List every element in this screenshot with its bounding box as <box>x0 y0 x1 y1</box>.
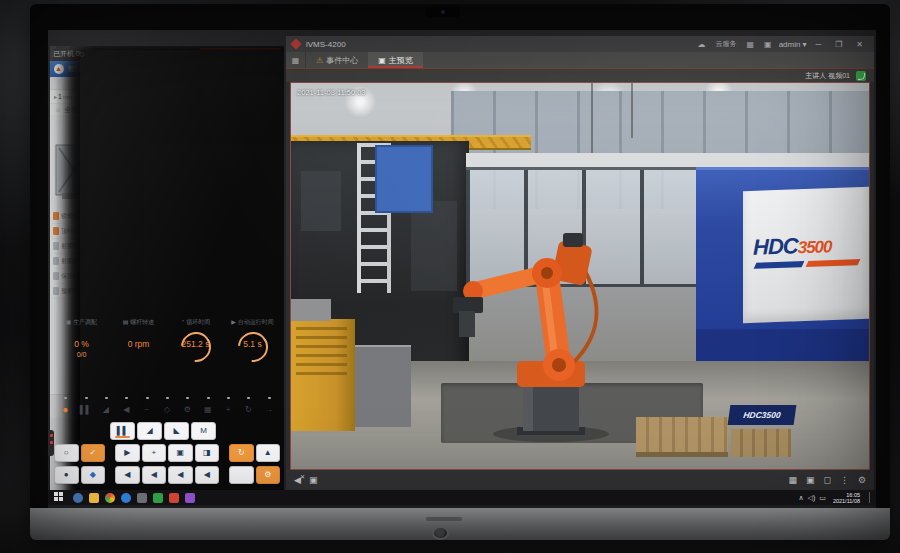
key-standby[interactable]: ○ <box>54 444 79 462</box>
tab-refresh-icon[interactable]: ↻ <box>238 405 258 415</box>
stream-info-row: 主讲人 视频01 <box>286 69 874 82</box>
key-pause[interactable]: ▌▌ <box>110 422 135 440</box>
layout-grid-icon[interactable]: ▦ <box>788 475 797 485</box>
ivms-tab-bar: ▦ ⚠ 事件中心 ▣ 主预览 <box>286 52 874 69</box>
gray-box <box>291 299 331 321</box>
metric-icon: ▸ <box>54 93 57 100</box>
process-values-table: 锁模位置1531.2mm 顶针位置-0.0mm 射胶位置1151.66mm 射胶… <box>50 207 284 314</box>
stat-value: 5.1 s <box>225 339 280 349</box>
stat-screw-speed: ▤螺杆转速 0 rpm <box>111 316 166 370</box>
system-tray: ∧ ◁) ▭ 16:05 2021/11/08 <box>798 492 872 504</box>
edge-browser-icon[interactable] <box>121 493 131 503</box>
tray-expand-icon[interactable]: ∧ <box>798 494 803 502</box>
tab-curve-icon[interactable]: ~ <box>136 405 156 415</box>
search-icon[interactable] <box>73 493 83 503</box>
key-speed-4[interactable]: ◀ <box>195 466 220 484</box>
hmi-logo-icon: ▲ <box>54 64 64 74</box>
app-icon[interactable] <box>137 493 147 503</box>
machine-model-tag: HDC3500 <box>728 405 797 425</box>
mute-audio-icon[interactable]: ◀✕ <box>294 475 301 485</box>
key-settings[interactable]: ⚙ <box>256 466 281 484</box>
field-icon <box>53 257 59 265</box>
key-ejector[interactable]: + <box>142 444 167 462</box>
tab-speaker-icon[interactable]: ◀ <box>116 405 136 415</box>
tab-mold-icon[interactable]: ◇ <box>157 405 177 415</box>
key-speed-1[interactable]: ◀ <box>115 466 140 484</box>
start-button[interactable] <box>54 492 65 503</box>
key-cycle[interactable]: ↻ <box>229 444 254 462</box>
key-core-in[interactable]: ▣ <box>168 444 193 462</box>
alert-triangle-icon: ⚠ <box>316 56 323 65</box>
taskbar-clock[interactable]: 16:05 2021/11/08 <box>833 492 860 504</box>
more-options-icon[interactable]: ⋮ <box>840 475 849 485</box>
key-injection-ramp[interactable]: ◢ <box>137 422 162 440</box>
machine-logo-bars <box>754 259 861 269</box>
stat-value: 251.2 s <box>168 339 223 349</box>
key-blank[interactable]: · <box>229 466 254 484</box>
volume-icon[interactable]: ◁) <box>808 494 816 502</box>
file-explorer-icon[interactable] <box>89 493 99 503</box>
windows-taskbar: ∧ ◁) ▭ 16:05 2021/11/08 <box>48 490 876 505</box>
multi-window-icon[interactable]: ▣ <box>806 475 815 485</box>
stat-icon: ◔ <box>181 318 185 327</box>
modules-menu-icon[interactable]: ▦ <box>286 52 306 68</box>
window-layout-icon[interactable]: ▣ <box>761 40 775 49</box>
tab-next-icon[interactable]: → <box>259 405 279 415</box>
tv-frame: 已开机 00:03:49 总模数 7505 6635 1人正在有警告未处理 ▲ … <box>30 4 890 540</box>
user-menu[interactable]: admin▾ <box>779 40 807 49</box>
monitor-icon: ▣ <box>378 56 386 65</box>
key-speed-3[interactable]: ◀ <box>168 466 193 484</box>
stat-cycle-time: ◔循环时间 251.2 s <box>168 316 223 370</box>
stat-value: 0 % <box>54 339 109 349</box>
key-up[interactable]: ▲ <box>256 444 281 462</box>
stream-status-icon <box>856 71 866 81</box>
settings-gear-icon[interactable]: ⚙ <box>858 475 866 485</box>
annotation-sidebar-handle[interactable] <box>48 430 54 456</box>
key-speed-2[interactable]: ◀ <box>142 466 167 484</box>
warn-icon <box>53 212 59 220</box>
chrome-icon[interactable] <box>105 493 115 503</box>
blue-equipment <box>375 145 433 213</box>
grid-icon[interactable]: ▦ <box>744 40 758 49</box>
key-lube[interactable]: ● <box>54 466 79 484</box>
photo-of-display: 已开机 00:03:49 总模数 7505 6635 1人正在有警告未处理 ▲ … <box>0 0 900 553</box>
tab-grid-icon[interactable]: ▦ <box>198 405 218 415</box>
tv-brand-mark <box>426 517 462 521</box>
cloud-icon[interactable]: ☁ <box>695 40 709 49</box>
tab-pause-icon[interactable]: ▌▌ <box>75 405 95 415</box>
cloud-label[interactable]: 云服务 <box>713 39 740 49</box>
key-coolant[interactable]: ◆ <box>81 466 106 484</box>
app-icon[interactable] <box>169 493 179 503</box>
tab-settings-icon[interactable]: ⚙ <box>177 405 197 415</box>
tv-home-button[interactable] <box>432 526 449 540</box>
fullscreen-icon[interactable]: ◻ <box>823 475 830 485</box>
key-confirm[interactable]: ✓ <box>81 444 106 462</box>
tab-main-view[interactable]: ▣ 主预览 <box>368 52 423 68</box>
screen: 已开机 00:03:49 总模数 7505 6635 1人正在有警告未处理 ▲ … <box>48 30 876 508</box>
webcam-lens <box>441 10 445 14</box>
hmi-app-window: 已开机 00:03:49 总模数 7505 6635 1人正在有警告未处理 ▲ … <box>50 46 284 490</box>
orange-robot-arm <box>451 213 651 443</box>
tab-active-indicator[interactable]: ● <box>55 405 75 415</box>
notification-center-divider[interactable] <box>869 492 872 503</box>
key-charge-ramp[interactable]: ◣ <box>164 422 189 440</box>
table-column-right: 座台位置-0.0mm 系统压力(实际)0.0bar 预塑转速(实际)19.1ba… <box>169 209 281 314</box>
key-core-out[interactable]: ◨ <box>195 444 220 462</box>
gray-cabinet <box>355 345 411 427</box>
close-button[interactable]: ✕ <box>851 40 868 49</box>
key-mold[interactable]: M <box>191 422 216 440</box>
app-icon[interactable] <box>185 493 195 503</box>
stat-production: ◼生产调配 0 % 0/0 <box>54 316 109 370</box>
record-icon[interactable]: ▣ <box>309 475 318 485</box>
camera-video-tile[interactable]: 2021-11-08 11:50:03 <box>290 82 870 470</box>
tab-add-icon[interactable]: + <box>218 405 238 415</box>
maximize-button[interactable]: ❐ <box>830 40 847 49</box>
tab-event-center[interactable]: ⚠ 事件中心 <box>306 52 368 68</box>
hanging-cable <box>591 83 593 153</box>
key-mold-open[interactable]: ▶ <box>115 444 140 462</box>
tab-ramp-icon[interactable]: ◢ <box>96 405 116 415</box>
keyboard-icon[interactable]: ▭ <box>819 494 826 502</box>
minimize-button[interactable]: ─ <box>810 40 826 49</box>
ivms-title-bar: iVMS-4200 ☁ 云服务 ▦ ▣ admin▾ ─ ❐ ✕ <box>286 36 874 52</box>
app-icon[interactable] <box>153 493 163 503</box>
